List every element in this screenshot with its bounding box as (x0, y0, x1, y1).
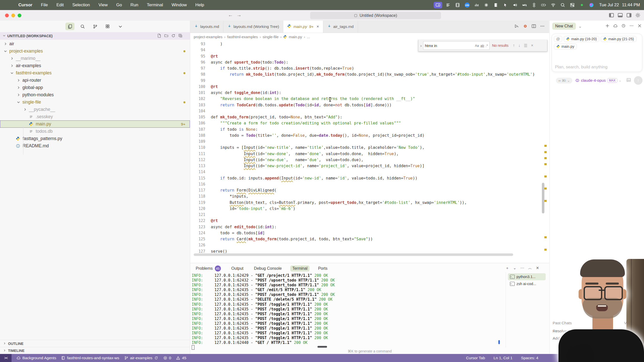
terminal-output[interactable]: INFO: 127.0.0.1:62429 - "GET /project/1 … (192, 273, 335, 351)
workspace-section-header[interactable]: UNTITLED (WORKSPACE) (0, 32, 190, 40)
settings-gear-icon[interactable] (635, 13, 640, 19)
close-tab-icon[interactable]: × (316, 24, 319, 29)
green-dot[interactable] (578, 2, 586, 8)
tree-item-fasttags-patterns-py[interactable]: fasttags_patterns.py (0, 135, 190, 142)
wifi-icon[interactable] (549, 2, 557, 8)
close-window-button[interactable] (5, 14, 9, 17)
remote-indicator[interactable]: >< (0, 354, 12, 362)
tree-item-readme-md[interactable]: README.md (0, 142, 190, 150)
cursor-dot-icon[interactable] (523, 24, 528, 29)
menu-help[interactable]: Help (191, 0, 209, 10)
find-input[interactable]: htmx in Aa ab .* (423, 41, 490, 50)
terminal-dropdown-chevron-icon[interactable]: ⌄ (513, 266, 516, 270)
past-chat-item[interactable]: Add t (553, 336, 638, 341)
tab-main-py[interactable]: main.py9+× (283, 21, 323, 33)
tab-air-tags-md[interactable]: air_tags.md (323, 21, 358, 33)
navigate-back-button[interactable]: ← (228, 12, 233, 18)
chat-more-icon[interactable] (629, 24, 634, 29)
search-view-icon[interactable] (78, 23, 87, 30)
timeline-section[interactable]: TIMELINE (0, 347, 190, 354)
editor-horizontal-scrollbar[interactable] (194, 253, 513, 256)
bed-icon[interactable] (521, 2, 528, 8)
speaker-icon[interactable] (511, 2, 519, 8)
code-editor[interactable]: layouts.mdlayouts.md (Working Tree)main.… (190, 21, 549, 263)
menu-bar-date[interactable]: Tue Jul 22 (599, 3, 619, 8)
zoom-window-button[interactable] (18, 14, 21, 17)
toggle-replace-chevron-icon[interactable]: › (418, 43, 423, 48)
tree-item--pycache-[interactable]: __pycache__ (0, 106, 190, 113)
tree-item--sesskey[interactable]: .sesskey (0, 113, 190, 120)
code-content[interactable]: 93 )9495@rt96async def upsert_todo(todo:… (190, 41, 549, 257)
panel-tab-output[interactable]: Output (229, 265, 246, 272)
menu-terminal[interactable]: Terminal (143, 0, 167, 10)
panel-more-icon[interactable]: ⋯ (520, 266, 524, 270)
panel-tab-debug-console[interactable]: Debug Console (252, 265, 284, 272)
close-panel-icon[interactable]: ✕ (536, 266, 539, 270)
breadcrumb[interactable]: project-examples›fasthtml-examples›singl… (194, 33, 310, 41)
diamonds-icon[interactable] (530, 2, 538, 8)
new-chat-plus-icon[interactable] (605, 24, 610, 29)
cursor-tab-status[interactable]: Cursor Tab (466, 356, 485, 360)
explorer-view-icon[interactable] (65, 23, 74, 30)
breadcrumb-tail[interactable]: ... (307, 35, 310, 39)
indentation-status[interactable]: Spaces: 4 (521, 356, 538, 360)
panel-tab-ports[interactable]: Ports (316, 265, 329, 272)
chat-history-icon[interactable] (621, 24, 626, 29)
list-icon[interactable] (444, 2, 452, 8)
chat-input-card[interactable]: @main.py (16-20)main.py (21-25)main.py P… (552, 34, 642, 72)
view-all-link[interactable]: View All (624, 321, 638, 325)
tree-item-main-py[interactable]: main.py9+ (0, 120, 190, 128)
film-icon[interactable] (454, 2, 461, 8)
chat-input-placeholder[interactable]: Plan, search, build anything (555, 65, 608, 70)
navigate-forward-button[interactable]: → (236, 12, 242, 18)
status-air-examples[interactable]: air-examples (124, 356, 158, 360)
tree-item--marimo-[interactable]: __marimo__ (0, 55, 190, 62)
tree-item-air-examples[interactable]: air-examples (0, 62, 190, 69)
cloud-sync-icon[interactable] (613, 24, 618, 29)
menu-file[interactable]: File (37, 0, 52, 10)
send-button[interactable]: ↑ (634, 76, 642, 85)
menu-selection[interactable]: Selection (68, 0, 94, 10)
breadcrumb-item[interactable]: project-examples (194, 35, 222, 39)
run-python-file-icon[interactable] (514, 24, 519, 29)
find-in-selection-icon[interactable]: ☰ (524, 43, 527, 48)
screen-share-icon[interactable] (434, 2, 442, 8)
siri-icon[interactable] (588, 2, 595, 8)
breadcrumb-item[interactable]: fasthtml-examples (227, 35, 258, 39)
context-chip[interactable]: main.py (21-25) (601, 36, 636, 42)
refresh-icon[interactable] (171, 34, 175, 38)
tree-item-single-file[interactable]: single-file (0, 99, 190, 106)
context-chip[interactable]: main.py (16-20) (564, 36, 599, 42)
door-icon[interactable] (492, 2, 500, 8)
panel-tab-terminal[interactable]: Terminal (290, 265, 309, 272)
extensions-view-icon[interactable] (103, 23, 112, 30)
terminal-instance-zsh-ai-cod-[interactable]: >_zsh ai-cod... (508, 280, 546, 287)
editor-vertical-scrollbar[interactable] (542, 183, 544, 213)
toggle-bottom-panel-icon[interactable] (618, 13, 623, 19)
toggles-icon[interactable] (569, 2, 576, 8)
bars-icon[interactable] (473, 2, 480, 8)
tree-item-global-app[interactable]: global-app (0, 84, 190, 91)
battery-icon[interactable] (540, 2, 547, 8)
tab-layouts-md[interactable]: layouts.md (190, 21, 223, 33)
menu-go[interactable]: Go (112, 0, 126, 10)
panel-tab-problems[interactable]: Problems45 (194, 265, 223, 272)
minimize-window-button[interactable] (11, 14, 15, 17)
split-editor-icon[interactable] (532, 24, 536, 29)
breadcrumb-item[interactable]: single-file (263, 35, 278, 39)
flower-icon[interactable] (482, 2, 490, 8)
tree-item-project-examples[interactable]: project-examples (0, 48, 190, 55)
menu-window[interactable]: Window (167, 0, 191, 10)
tree-item-fasthtml-examples[interactable]: fasthtml-examples (0, 69, 190, 77)
close-chat-icon[interactable] (637, 24, 642, 29)
next-match-icon[interactable]: ↓ (518, 43, 520, 48)
tab-layouts-md-working-tree-[interactable]: layouts.md (Working Tree) (223, 21, 283, 33)
tree-item-todos-db[interactable]: todos.db (0, 128, 190, 135)
add-context-button[interactable]: @ (554, 36, 562, 42)
previous-match-icon[interactable]: ↑ (513, 43, 515, 48)
new-folder-icon[interactable] (164, 34, 168, 38)
more-actions-icon[interactable] (540, 24, 545, 29)
tree-item-api-router[interactable]: api-router (0, 77, 190, 84)
menu-view[interactable]: View (94, 0, 112, 10)
menu-cursor[interactable]: Cursor (14, 0, 37, 10)
